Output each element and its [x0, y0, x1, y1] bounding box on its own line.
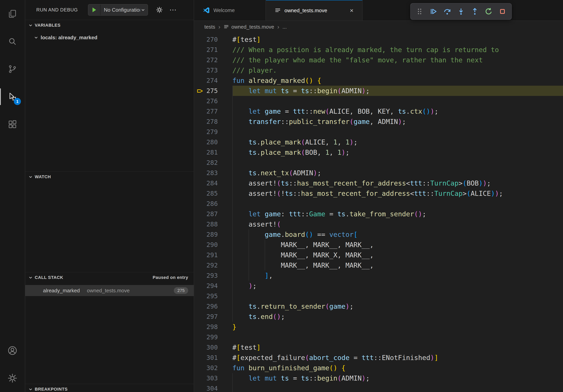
line-gutter[interactable]: 295 [194, 291, 232, 301]
line-gutter[interactable]: 293 [194, 270, 232, 281]
sidebar-item-run-and-debug[interactable]: 1 [0, 83, 25, 111]
code-text[interactable] [232, 332, 563, 342]
code-text[interactable]: assert!(ts::has_most_recent_for_address<… [232, 178, 563, 188]
code-line[interactable]: 287 let game: ttt::Game = ts.take_from_s… [194, 209, 563, 219]
code-text[interactable]: ts.end(); [232, 312, 563, 322]
code-line[interactable]: 285 assert!(!ts::has_most_recent_for_add… [194, 188, 563, 198]
code-line[interactable]: 304 [194, 383, 563, 392]
line-gutter[interactable]: 271 [194, 45, 232, 55]
step-into-button[interactable] [455, 5, 468, 18]
line-gutter[interactable]: 297 [194, 312, 232, 322]
code-text[interactable]: /// the player who made the "false" move… [232, 55, 563, 65]
code-text[interactable] [232, 291, 563, 301]
watch-section-header[interactable]: WATCH [25, 171, 194, 182]
more-actions-icon[interactable]: ⋯ [169, 6, 176, 13]
code-text[interactable]: game.board() == vector[ [232, 229, 563, 240]
debug-settings-gear-icon[interactable] [156, 6, 163, 13]
code-line[interactable]: 280 ts.place_mark(ALICE, 1, 1); [194, 137, 563, 147]
code-line[interactable]: 275 let mut ts = ts::begin(ADMIN); [194, 86, 563, 96]
code-text[interactable]: /// When a position is already marked, t… [232, 45, 563, 55]
line-gutter[interactable]: 274 [194, 75, 232, 86]
code-text[interactable] [232, 383, 563, 392]
line-gutter[interactable]: 304 [194, 383, 232, 392]
line-gutter[interactable]: 286 [194, 198, 232, 209]
code-line[interactable]: 284 assert!(ts::has_most_recent_for_addr… [194, 178, 563, 188]
code-text[interactable]: #[expected_failure(abort_code = ttt::ENo… [232, 353, 563, 363]
debug-config-dropdown[interactable]: No Configurations [101, 7, 140, 13]
line-gutter[interactable]: 289 [194, 229, 232, 240]
breakpoints-section-header[interactable]: BREAKPOINTS [25, 384, 194, 392]
code-line[interactable]: 290 MARK__, MARK__, MARK__, [194, 240, 563, 250]
code-line[interactable]: 276 [194, 96, 563, 106]
code-line[interactable]: 300#[test] [194, 342, 563, 353]
breadcrumb-item-file[interactable]: owned_tests.move [223, 24, 274, 30]
code-text[interactable]: assert!(!ts::has_most_recent_for_address… [232, 188, 563, 198]
code-line[interactable]: 302fun burn_unfinished_game() { [194, 363, 563, 373]
code-line[interactable]: 303 let mut ts = ts::begin(ADMIN); [194, 373, 563, 383]
step-over-button[interactable] [441, 5, 454, 18]
code-text[interactable]: fun burn_unfinished_game() { [232, 363, 563, 373]
code-line[interactable]: 270#[test] [194, 34, 563, 45]
code-text[interactable]: assert!( [232, 219, 563, 229]
code-line[interactable]: 281 ts.place_mark(BOB, 1, 1); [194, 147, 563, 157]
start-debugging-button[interactable] [88, 5, 101, 15]
code-line[interactable]: 296 ts.return_to_sender(game); [194, 301, 563, 312]
code-text[interactable]: let mut ts = ts::begin(ADMIN); [232, 373, 563, 383]
code-text[interactable]: } [232, 322, 563, 332]
account-button[interactable] [0, 337, 25, 364]
line-gutter[interactable]: 303 [194, 373, 232, 383]
code-line[interactable]: 274fun already_marked() { [194, 75, 563, 86]
line-gutter[interactable]: 301 [194, 353, 232, 363]
line-gutter[interactable]: 299 [194, 332, 232, 342]
code-line[interactable]: 272/// the player who made the "false" m… [194, 55, 563, 65]
code-line[interactable]: 289 game.board() == vector[ [194, 229, 563, 240]
code-text[interactable]: let mut ts = ts::begin(ADMIN); [232, 86, 563, 96]
variables-scope-row[interactable]: locals: already_marked [25, 32, 194, 43]
breadcrumb-item-symbol[interactable]: ... [282, 24, 287, 30]
line-gutter[interactable]: 294 [194, 281, 232, 291]
code-line[interactable]: 273/// player. [194, 65, 563, 75]
code-line[interactable]: 298} [194, 322, 563, 332]
code-text[interactable]: MARK__, MARK__, MARK__, [232, 260, 563, 270]
code-text[interactable] [232, 198, 563, 209]
code-line[interactable]: 271/// When a position is already marked… [194, 45, 563, 55]
variables-section-header[interactable]: VARIABLES [25, 20, 194, 30]
line-gutter[interactable]: 302 [194, 363, 232, 373]
chevron-down-icon[interactable] [140, 8, 148, 12]
code-text[interactable] [232, 127, 563, 137]
settings-button[interactable] [0, 364, 25, 392]
code-text[interactable] [232, 157, 563, 168]
line-gutter[interactable]: 276 [194, 96, 232, 106]
code-text[interactable]: ); [232, 281, 563, 291]
code-line[interactable]: 292 MARK__, MARK__, MARK__, [194, 260, 563, 270]
code-line[interactable]: 297 ts.end(); [194, 312, 563, 322]
code-line[interactable]: 286 [194, 198, 563, 209]
code-text[interactable]: MARK__, MARK__, MARK__, [232, 240, 563, 250]
line-gutter[interactable]: 283 [194, 168, 232, 178]
code-line[interactable]: 293 ], [194, 270, 563, 281]
call-stack-section-header[interactable]: CALL STACK Paused on entry [25, 272, 194, 283]
line-gutter[interactable]: 282 [194, 157, 232, 168]
code-line[interactable]: 282 [194, 157, 563, 168]
sidebar-item-search[interactable] [0, 28, 25, 55]
stop-button[interactable] [496, 5, 509, 18]
code-line[interactable]: 299 [194, 332, 563, 342]
code-line[interactable]: 278 transfer::public_transfer(game, ADMI… [194, 117, 563, 127]
code-line[interactable]: 301#[expected_failure(abort_code = ttt::… [194, 353, 563, 363]
line-gutter[interactable]: 285 [194, 188, 232, 198]
code-text[interactable]: fun already_marked() { [232, 75, 563, 86]
breadcrumb-item-tests[interactable]: tests [204, 24, 215, 30]
code-text[interactable]: /// player. [232, 65, 563, 75]
code-text[interactable]: ts.place_mark(BOB, 1, 1); [232, 147, 563, 157]
code-line[interactable]: 291 MARK__, MARK_X, MARK__, [194, 250, 563, 260]
code-text[interactable]: ts.place_mark(ALICE, 1, 1); [232, 137, 563, 147]
code-line[interactable]: 279 [194, 127, 563, 137]
sidebar-item-explorer[interactable] [0, 0, 25, 28]
line-gutter[interactable]: 284 [194, 178, 232, 188]
tab-welcome[interactable]: Welcome [194, 0, 266, 21]
sidebar-item-source-control[interactable] [0, 55, 25, 83]
code-line[interactable]: 288 assert!( [194, 219, 563, 229]
line-gutter[interactable]: 298 [194, 322, 232, 332]
line-gutter[interactable]: 281 [194, 147, 232, 157]
code-text[interactable]: let game = ttt::new(ALICE, BOB, KEY, ts.… [232, 106, 563, 117]
